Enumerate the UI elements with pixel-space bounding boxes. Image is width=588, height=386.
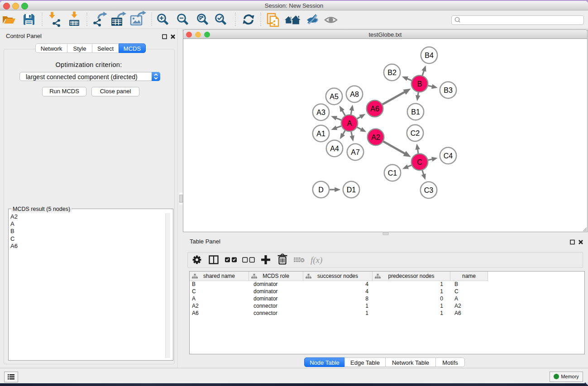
svg-text:A4: A4 [330, 145, 339, 152]
svg-text:B1: B1 [411, 108, 420, 116]
svg-text:B2: B2 [387, 69, 397, 76]
svg-text:A8: A8 [350, 91, 359, 98]
svg-text:A3: A3 [316, 109, 325, 116]
svg-text:C3: C3 [424, 186, 434, 194]
svg-text:A5: A5 [330, 93, 339, 100]
svg-text:f(x): f(x) [311, 255, 322, 265]
svg-text:C: C [417, 158, 422, 166]
svg-text:B3: B3 [444, 86, 453, 94]
svg-text:B: B [417, 80, 422, 88]
svg-text:A7: A7 [351, 148, 360, 156]
svg-text:A: A [347, 119, 352, 127]
svg-text:A1: A1 [316, 130, 325, 138]
svg-text:A6: A6 [370, 105, 379, 113]
svg-text:B4: B4 [425, 52, 434, 59]
svg-text:C2: C2 [411, 129, 420, 137]
svg-text:D1: D1 [347, 186, 356, 194]
svg-text:C1: C1 [388, 169, 397, 177]
svg-text:C4: C4 [444, 152, 453, 160]
svg-text:D: D [318, 186, 324, 194]
svg-text:A2: A2 [371, 133, 380, 141]
